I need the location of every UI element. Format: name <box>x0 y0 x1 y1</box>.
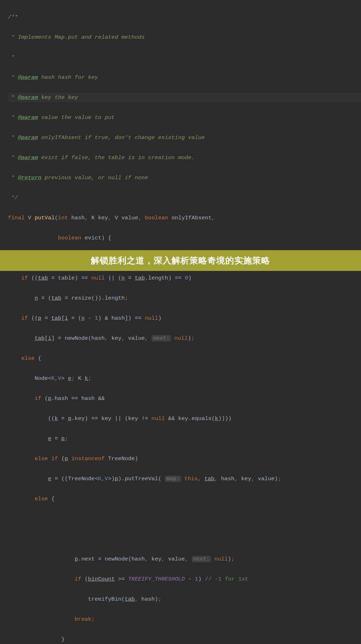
javadoc-param-value: * @param value the value to put <box>8 113 361 123</box>
code-line: else { <box>8 353 361 363</box>
javadoc-param-key: * @param key the key <box>8 92 361 102</box>
code-line: treeifyBin(tab, hash); <box>8 594 361 604</box>
code-line: if ((p = tab[i = (n - 1) & hash]) == nul… <box>8 313 361 323</box>
code-line: ((k = p.key) == key || (key != null && k… <box>8 414 361 424</box>
javadoc-open: /** <box>8 12 361 22</box>
javadoc-line: * Implements Map.put and related methods <box>8 32 361 42</box>
banner-overlay: 解锁胜利之道，深入解析策略奇境的实施策略 <box>0 250 361 271</box>
code-line: tab[i] = newNode(hash, key, value, next:… <box>8 333 361 343</box>
code-line: else { <box>8 494 361 504</box>
code-line: p.next = newNode(hash, key, value, next:… <box>8 554 361 564</box>
code-line: Node<K,V> e; K k; <box>8 373 361 383</box>
banner-text: 解锁胜利之道，深入解析策略奇境的实施策略 <box>91 256 270 266</box>
code-editor[interactable]: /** * Implements Map.put and related met… <box>0 0 361 644</box>
code-line: if ((tab = table) == null || (n = tab.le… <box>8 273 361 283</box>
code-line: e = p; <box>8 434 361 444</box>
code-line: n = (tab = resize()).length; <box>8 293 361 303</box>
javadoc-return: * @return previous value, or null if non… <box>8 173 361 183</box>
code-line: } <box>8 634 361 644</box>
code-line: if (binCount >= TREEIFY_THRESHOLD - 1) /… <box>8 574 361 584</box>
method-sig-2: boolean evict) { <box>8 233 361 243</box>
code-line: break; <box>8 614 361 624</box>
javadoc-param-evict: * @param evict if false, the table is in… <box>8 153 361 163</box>
code-line: else if (p instanceof TreeNode) <box>8 454 361 464</box>
code-line: e = ((TreeNode<K,V>)p).putTreeVal( map: … <box>8 474 361 484</box>
javadoc-param-oia: * @param onlyIfAbsent if true, don't cha… <box>8 133 361 143</box>
method-sig-1: final V putVal(int hash, K key, V value,… <box>8 213 361 223</box>
javadoc-line: * <box>8 52 361 62</box>
javadoc-param-hash: * @param hash hash for key <box>8 72 361 82</box>
javadoc-close: */ <box>8 193 361 203</box>
code-line: if (p.hash == hash && <box>8 393 361 404</box>
